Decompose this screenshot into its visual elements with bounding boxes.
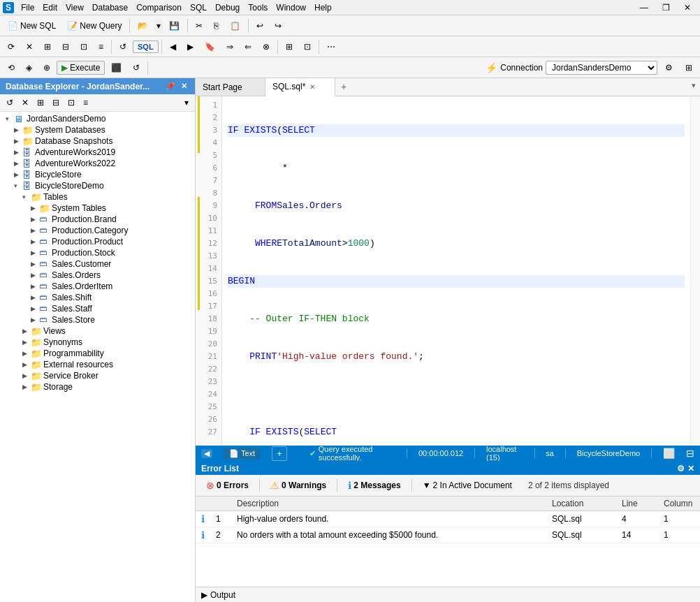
error-list-close-icon[interactable]: ✕ xyxy=(687,464,694,473)
tab-sql[interactable]: SQL.sql* ✕ xyxy=(265,78,335,96)
tree-bicyclestore[interactable]: ▶ 🗄 BicycleStore xyxy=(0,169,195,180)
tree-aw2019[interactable]: ▶ 🗄 AdventureWorks2019 xyxy=(0,147,195,158)
tb2-sql[interactable]: SQL xyxy=(133,41,159,53)
tb3-conn-btn1[interactable]: ⚙ xyxy=(660,61,678,75)
tb2-bm3[interactable]: ⇐ xyxy=(240,40,256,54)
tree-production-product[interactable]: ▶ 🗃 Production.Product xyxy=(0,236,195,247)
menu-help[interactable]: Help xyxy=(310,1,336,14)
menu-database[interactable]: Database xyxy=(88,1,132,14)
menu-comparison[interactable]: Comparison xyxy=(132,1,186,14)
sidebar-pin-icon[interactable]: 📌 xyxy=(163,81,177,91)
status-scroll-left[interactable]: ◀ xyxy=(201,449,212,458)
tb2-btn4[interactable]: ⊟ xyxy=(57,40,74,54)
tree-sales-orders[interactable]: ▶ 🗃 Sales.Orders xyxy=(0,270,195,281)
tree-external-resources[interactable]: ▶ 📁 External resources xyxy=(0,359,195,370)
tb3-btn1[interactable]: ⟲ xyxy=(3,61,20,75)
paste-button[interactable]: 📋 xyxy=(225,19,245,33)
tree-storage[interactable]: ▶ 📁 Storage xyxy=(0,381,195,392)
tree-production-brand[interactable]: ▶ 🗃 Production.Brand xyxy=(0,214,195,225)
tree-service-broker[interactable]: ▶ 📁 Service Broker xyxy=(0,370,195,381)
copy-button[interactable]: ⎘ xyxy=(209,19,224,33)
error-filter-errors[interactable]: ⊗ 0 Errors xyxy=(201,478,254,493)
tb2-tab-btn[interactable]: ⊞ xyxy=(281,40,298,54)
tree-system-databases[interactable]: ▶ 📁 System Databases xyxy=(0,124,195,135)
new-query-button[interactable]: 📝 New Query xyxy=(62,19,126,33)
tree-tables[interactable]: ▾ 📁 Tables xyxy=(0,191,195,203)
sidebar-remove-btn[interactable]: ✕ xyxy=(18,96,32,110)
execute-button[interactable]: ▶ Execute xyxy=(57,61,105,75)
tree-sales-shift[interactable]: ▶ 🗃 Sales.Shift xyxy=(0,292,195,303)
tree-production-stock[interactable]: ▶ 🗃 Production.Stock xyxy=(0,247,195,258)
add-result-tab-button[interactable]: + xyxy=(272,446,287,461)
tb2-btn3[interactable]: ⊞ xyxy=(39,40,56,54)
error-row-1[interactable]: ℹ 1 High-value orders found. SQL.sql 4 1 xyxy=(196,511,700,527)
tb3-btn5[interactable]: ↺ xyxy=(128,61,145,75)
menu-edit[interactable]: Edit xyxy=(38,1,61,14)
sidebar-more-btn[interactable]: ▾ xyxy=(181,96,192,110)
connection-select[interactable]: JordanSandersDemo xyxy=(546,61,657,75)
tree-production-category[interactable]: ▶ 🗃 Production.Category xyxy=(0,225,195,236)
stop-button[interactable]: ⬛ xyxy=(106,61,126,75)
error-list-options-icon[interactable]: ⚙ xyxy=(677,464,685,473)
redo-button[interactable]: ↪ xyxy=(270,19,286,33)
tree-bicyclestoredemo[interactable]: ▾ 🗄 BicycleStoreDemo xyxy=(0,180,195,191)
open-button[interactable]: 📂 xyxy=(133,19,153,33)
layout-btn-1[interactable]: ⬜ xyxy=(663,448,675,459)
tree-sales-staff[interactable]: ▶ 🗃 Sales.Staff xyxy=(0,303,195,314)
menu-window[interactable]: Window xyxy=(272,1,310,14)
close-button[interactable]: ✕ xyxy=(678,1,697,15)
tree-sales-orderitem[interactable]: ▶ 🗃 Sales.OrderItem xyxy=(0,281,195,292)
tab-overflow-btn[interactable]: ▾ xyxy=(687,78,700,96)
tree-root[interactable]: ▾ 🖥 JordanSandersDemo xyxy=(0,113,195,124)
tb2-bm2[interactable]: ⇒ xyxy=(221,40,238,54)
restore-button[interactable]: ❐ xyxy=(656,1,676,15)
minimize-button[interactable]: — xyxy=(634,1,655,15)
tb3-btn3[interactable]: ⊕ xyxy=(38,61,55,75)
text-tab-button[interactable]: 📄 Text xyxy=(224,448,261,460)
layout-btn-2[interactable]: ⊟ xyxy=(686,448,694,459)
tb2-btn1[interactable]: ⟳ xyxy=(3,40,20,54)
sidebar-add-btn[interactable]: ⊞ xyxy=(34,96,48,110)
sidebar-refresh-btn[interactable]: ↺ xyxy=(3,96,17,110)
tree-synonyms[interactable]: ▶ 📁 Synonyms xyxy=(0,337,195,348)
new-sql-button[interactable]: 📄 New SQL xyxy=(3,19,61,33)
tb2-more[interactable]: ⋯ xyxy=(322,40,340,54)
tb2-grid[interactable]: ⊡ xyxy=(299,40,316,54)
sidebar-collapse-btn[interactable]: ≡ xyxy=(80,96,92,110)
sidebar-filter-btn[interactable]: ⊟ xyxy=(49,96,63,110)
cut-button[interactable]: ✂ xyxy=(191,19,207,33)
tree-db-snapshots[interactable]: ▶ 📁 Database Snapshots xyxy=(0,135,195,147)
tb2-bookmark[interactable]: 🔖 xyxy=(200,40,220,54)
tb3-conn-btn2[interactable]: ⊞ xyxy=(680,61,697,75)
tab-add-button[interactable]: + xyxy=(335,78,352,96)
code-content[interactable]: IF EXISTS (SELECT * FROM Sales.Orders WH… xyxy=(222,96,690,446)
tb2-bm4[interactable]: ⊗ xyxy=(258,40,275,54)
tb2-btn6[interactable]: ≡ xyxy=(94,40,108,54)
tb2-left[interactable]: ◀ xyxy=(165,40,181,54)
sidebar-close-icon[interactable]: ✕ xyxy=(179,81,189,91)
error-row-2[interactable]: ℹ 2 No orders with a total amount exceed… xyxy=(196,527,700,543)
open-dropdown[interactable]: ▾ xyxy=(154,19,163,33)
error-filter-active-doc[interactable]: ▼ 2 In Active Document xyxy=(418,478,517,492)
tree-sales-store[interactable]: ▶ 🗃 Sales.Store xyxy=(0,314,195,325)
code-editor[interactable]: 1 2 3 4 5 6 7 8 9 10 11 12 13 14 15 16 1… xyxy=(196,96,700,446)
sidebar-expand-btn[interactable]: ⊡ xyxy=(64,96,78,110)
tb2-btn5[interactable]: ⊡ xyxy=(75,40,92,54)
tree-aw2022[interactable]: ▶ 🗄 AdventureWorks2022 xyxy=(0,158,195,169)
menu-debug[interactable]: Debug xyxy=(211,1,244,14)
tab-sql-close[interactable]: ✕ xyxy=(308,82,316,91)
tb2-btn2[interactable]: ✕ xyxy=(21,40,38,54)
menu-tools[interactable]: Tools xyxy=(244,1,272,14)
tree-sales-customer[interactable]: ▶ 🗃 Sales.Customer xyxy=(0,258,195,270)
undo-button[interactable]: ↩ xyxy=(251,19,268,33)
error-filter-warnings[interactable]: ⚠ 0 Warnings xyxy=(265,478,331,493)
tree-system-tables[interactable]: ▶ 📁 System Tables xyxy=(0,203,195,214)
tree-programmability[interactable]: ▶ 📁 Programmability xyxy=(0,348,195,359)
menu-sql[interactable]: SQL xyxy=(186,1,211,14)
tree-views[interactable]: ▶ 📁 Views xyxy=(0,325,195,337)
tb2-right[interactable]: ▶ xyxy=(182,40,198,54)
menu-file[interactable]: File xyxy=(17,1,38,14)
tb3-btn2[interactable]: ◈ xyxy=(21,61,37,75)
save-button[interactable]: 💾 xyxy=(164,19,184,33)
menu-view[interactable]: View xyxy=(61,1,88,14)
